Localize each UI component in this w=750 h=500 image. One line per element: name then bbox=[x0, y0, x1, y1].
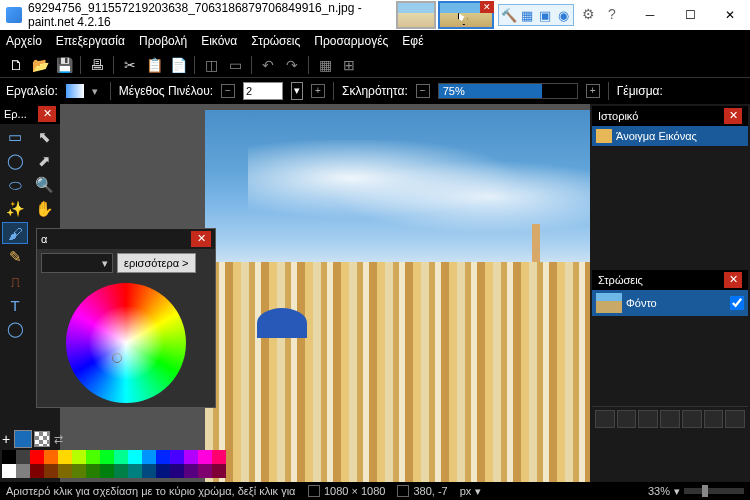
tool-dropdown-icon[interactable]: ▾ bbox=[92, 85, 102, 98]
close-colors-icon[interactable]: ✕ bbox=[191, 231, 211, 247]
zoom-slider[interactable] bbox=[684, 488, 744, 494]
colors-panel-icon[interactable]: ◉ bbox=[554, 6, 572, 24]
palette-swatch[interactable] bbox=[72, 464, 86, 478]
close-thumb-icon[interactable]: ✕ bbox=[480, 1, 494, 13]
palette-swatch[interactable] bbox=[58, 450, 72, 464]
copy-icon[interactable]: 📋 bbox=[144, 55, 164, 75]
brushsize-input[interactable] bbox=[243, 82, 283, 100]
history-header[interactable]: Ιστορικό ✕ bbox=[592, 106, 748, 126]
palette-swatch[interactable] bbox=[2, 464, 16, 478]
palette-swatch[interactable] bbox=[212, 464, 226, 478]
close-toolbox-icon[interactable]: ✕ bbox=[38, 106, 56, 122]
duplicate-layer-button[interactable] bbox=[638, 410, 658, 428]
palette-swatch[interactable] bbox=[2, 450, 16, 464]
palette-swatch[interactable] bbox=[128, 450, 142, 464]
save-icon[interactable]: 💾 bbox=[54, 55, 74, 75]
merge-layer-button[interactable] bbox=[660, 410, 680, 428]
color-wheel[interactable] bbox=[66, 283, 186, 403]
pan-tool[interactable]: ✋ bbox=[31, 198, 57, 220]
undo-icon[interactable]: ↶ bbox=[258, 55, 278, 75]
layer-visible-checkbox[interactable] bbox=[730, 296, 744, 310]
maximize-button[interactable]: ☐ bbox=[670, 0, 710, 30]
zoom-dropdown-icon[interactable]: ▾ bbox=[674, 485, 680, 498]
color-picker-indicator[interactable] bbox=[112, 353, 122, 363]
ellipse-select-tool[interactable]: ⬭ bbox=[2, 174, 28, 196]
palette-swatch[interactable] bbox=[156, 450, 170, 464]
new-icon[interactable]: 🗋 bbox=[6, 55, 26, 75]
palette-swatch[interactable] bbox=[86, 464, 100, 478]
palette-swatch[interactable] bbox=[114, 464, 128, 478]
move-selection-tool[interactable]: ⬉ bbox=[31, 126, 57, 148]
tools-panel-icon[interactable]: 🔨 bbox=[500, 6, 518, 24]
palette-swatch[interactable] bbox=[142, 464, 156, 478]
size-plus-button[interactable]: + bbox=[311, 84, 325, 98]
help-icon[interactable]: ? bbox=[608, 6, 626, 24]
pencil-tool[interactable]: ✎ bbox=[2, 246, 28, 268]
brushsize-dropdown[interactable]: ▾ bbox=[291, 82, 303, 100]
close-layers-icon[interactable]: ✕ bbox=[724, 272, 742, 288]
lasso-tool[interactable]: ◯ bbox=[2, 150, 28, 172]
menu-layers[interactable]: Στρώσεις bbox=[251, 34, 300, 48]
hardness-plus-button[interactable]: + bbox=[586, 84, 600, 98]
redo-icon[interactable]: ↷ bbox=[282, 55, 302, 75]
add-swatch-icon[interactable]: + bbox=[2, 431, 10, 447]
move-tool[interactable]: ⬈ bbox=[31, 150, 57, 172]
hardness-slider[interactable]: 75% bbox=[438, 83, 578, 99]
palette-swatch[interactable] bbox=[16, 450, 30, 464]
close-button[interactable]: ✕ bbox=[710, 0, 750, 30]
layers-header[interactable]: Στρώσεις ✕ bbox=[592, 270, 748, 290]
more-button[interactable]: ερισσότερα > bbox=[117, 253, 196, 273]
crop-icon[interactable]: ◫ bbox=[201, 55, 221, 75]
palette-swatch[interactable] bbox=[170, 450, 184, 464]
print-icon[interactable]: 🖶 bbox=[87, 55, 107, 75]
brush-preview-icon[interactable] bbox=[66, 84, 84, 98]
zoom-tool[interactable]: 🔍 bbox=[31, 174, 57, 196]
delete-layer-button[interactable] bbox=[617, 410, 637, 428]
palette-swatch[interactable] bbox=[30, 464, 44, 478]
thumbnail-active[interactable]: ✕ bbox=[438, 1, 494, 29]
palette-swatch[interactable] bbox=[44, 450, 58, 464]
layer-props-button[interactable] bbox=[725, 410, 745, 428]
palette-swatch[interactable] bbox=[142, 450, 156, 464]
cut-icon[interactable]: ✂ bbox=[120, 55, 140, 75]
rect-select-tool[interactable]: ▭ bbox=[2, 126, 28, 148]
text-tool[interactable]: T bbox=[2, 294, 28, 316]
shapes-tool[interactable]: ◯ bbox=[2, 318, 28, 340]
palette-swatch[interactable] bbox=[170, 464, 184, 478]
history-panel-icon[interactable]: ▦ bbox=[518, 6, 536, 24]
primary-color-dropdown[interactable]: ▾ bbox=[41, 253, 113, 273]
colors-window[interactable]: α ✕ ▾ ερισσότερα > bbox=[36, 228, 216, 408]
palette-swatch[interactable] bbox=[86, 450, 100, 464]
history-item[interactable]: Άνοιγμα Εικόνας bbox=[592, 126, 748, 146]
palette-swatch[interactable] bbox=[156, 464, 170, 478]
palette-swatch[interactable] bbox=[212, 450, 226, 464]
secondary-color-swatch[interactable] bbox=[34, 431, 50, 447]
thumbnail-inactive[interactable] bbox=[396, 1, 436, 29]
palette-swatch[interactable] bbox=[184, 450, 198, 464]
menu-effects[interactable]: Εφέ bbox=[402, 34, 423, 48]
palette-swatch[interactable] bbox=[128, 464, 142, 478]
palette-swatch[interactable] bbox=[100, 450, 114, 464]
ruler-icon[interactable]: ⊞ bbox=[339, 55, 359, 75]
layer-row[interactable]: Φόντο bbox=[592, 290, 748, 316]
palette-swatch[interactable] bbox=[16, 464, 30, 478]
wand-tool[interactable]: ✨ bbox=[2, 198, 28, 220]
layers-panel-icon[interactable]: ▣ bbox=[536, 6, 554, 24]
palette-swatch[interactable] bbox=[58, 464, 72, 478]
paintbrush-tool[interactable]: 🖌 bbox=[2, 222, 28, 244]
palette-swatch[interactable] bbox=[100, 464, 114, 478]
close-history-icon[interactable]: ✕ bbox=[724, 108, 742, 124]
palette-swatch[interactable] bbox=[72, 450, 86, 464]
hardness-minus-button[interactable]: − bbox=[416, 84, 430, 98]
menu-file[interactable]: Αρχείο bbox=[6, 34, 42, 48]
menu-view[interactable]: Προβολή bbox=[139, 34, 187, 48]
menu-adjustments[interactable]: Προσαρμογές bbox=[314, 34, 388, 48]
add-layer-button[interactable] bbox=[595, 410, 615, 428]
palette-swatch[interactable] bbox=[198, 450, 212, 464]
menu-edit[interactable]: Επεξεργασία bbox=[56, 34, 125, 48]
grid-icon[interactable]: ▦ bbox=[315, 55, 335, 75]
settings-icon[interactable]: ⚙ bbox=[582, 6, 600, 24]
palette-swatch[interactable] bbox=[184, 464, 198, 478]
minimize-button[interactable]: ─ bbox=[630, 0, 670, 30]
unit-dropdown-icon[interactable]: ▾ bbox=[475, 485, 481, 498]
